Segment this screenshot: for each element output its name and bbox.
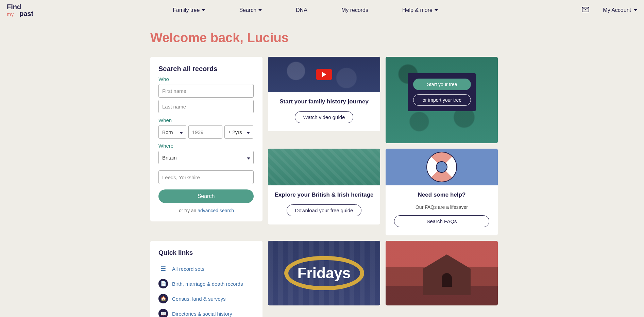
faq-card: Need some help? Our FAQs are a lifesaver… — [386, 149, 498, 235]
search-card-title: Search all records — [158, 65, 254, 73]
quick-links-card: Quick links ☰ All record sets 📄 Birth, m… — [150, 241, 262, 317]
video-guide-card: Start your family history journey Watch … — [268, 57, 380, 131]
my-account-label: My Account — [603, 7, 631, 13]
chevron-down-icon — [202, 9, 205, 11]
document-icon: 📄 — [158, 279, 168, 288]
my-account-menu[interactable]: My Account — [603, 7, 637, 13]
home-icon: 🏠 — [158, 294, 168, 303]
last-name-input[interactable] — [158, 100, 254, 113]
start-tree-button[interactable]: Start your tree — [413, 79, 471, 90]
faq-thumbnail — [386, 149, 498, 185]
header-right: My Account — [582, 7, 637, 14]
heritage-guide-card: Explore your British & Irish heritage Do… — [268, 149, 380, 224]
quick-link-all-record-sets[interactable]: ☰ All record sets — [158, 261, 254, 276]
advanced-search-link[interactable]: advanced search — [198, 208, 234, 213]
page-title: Welcome back, Lucius — [150, 31, 494, 45]
nav-family-tree[interactable]: Family tree — [173, 7, 205, 13]
download-guide-button[interactable]: Download your free guide — [287, 204, 362, 216]
map-thumbnail — [268, 149, 380, 185]
lifebuoy-icon — [426, 152, 457, 182]
logo-past: past — [19, 10, 33, 17]
play-icon — [316, 69, 332, 80]
quick-link-label: Directories & social history — [172, 311, 232, 317]
watch-video-button[interactable]: Watch video guide — [295, 111, 354, 123]
quick-link-bmd[interactable]: 📄 Birth, marriage & death records — [158, 276, 254, 291]
tree-actions-panel: Start your tree or import your tree — [408, 73, 476, 111]
fridays-ring-icon: Fridays — [284, 256, 364, 290]
advanced-search-hint: or try an advanced search — [158, 208, 254, 213]
faq-card-title: Need some help? — [391, 191, 492, 198]
scenic-card[interactable] — [386, 241, 498, 305]
nav-search-label: Search — [239, 7, 256, 13]
location-input[interactable] — [158, 170, 254, 184]
fridays-label: Fridays — [298, 265, 351, 282]
logo[interactable]: Find my past — [7, 3, 33, 17]
when-label: When — [158, 117, 254, 123]
main-nav: Family tree Search DNA My records Help &… — [173, 7, 438, 13]
search-faqs-button[interactable]: Search FAQs — [394, 215, 489, 227]
import-tree-button[interactable]: or import your tree — [413, 94, 471, 106]
chevron-down-icon — [435, 9, 438, 11]
quick-link-directories[interactable]: 📖 Directories & social history — [158, 306, 254, 317]
quick-links-title: Quick links — [158, 249, 254, 256]
where-label: Where — [158, 143, 254, 149]
quick-link-label: All record sets — [172, 266, 204, 272]
video-thumbnail[interactable] — [268, 57, 380, 92]
search-card: Search all records Who When Born ± 2yrs — [150, 57, 262, 221]
book-icon: 📖 — [158, 309, 168, 317]
first-name-input[interactable] — [158, 84, 254, 98]
quick-link-label: Birth, marriage & death records — [172, 281, 243, 287]
nav-help-label: Help & more — [402, 7, 433, 13]
start-tree-card: Start your tree or import your tree — [386, 57, 498, 143]
quick-link-census[interactable]: 🏠 Census, land & surveys — [158, 291, 254, 306]
fridays-card[interactable]: Fridays — [268, 241, 380, 305]
quick-link-label: Census, land & surveys — [172, 296, 226, 302]
list-icon: ☰ — [158, 264, 168, 273]
church-window-icon — [442, 273, 452, 287]
nav-dna-label: DNA — [296, 7, 307, 13]
logo-find: Find — [7, 3, 33, 10]
messages-icon[interactable] — [582, 7, 589, 14]
nav-my-records-label: My records — [341, 7, 368, 13]
heritage-card-title: Explore your British & Irish heritage — [273, 191, 375, 198]
country-select[interactable]: Britain — [158, 151, 254, 164]
fridays-background: Fridays — [268, 241, 380, 305]
year-input[interactable] — [188, 125, 222, 139]
nav-search[interactable]: Search — [239, 7, 262, 13]
search-button[interactable]: Search — [158, 189, 254, 203]
chevron-down-icon — [634, 9, 637, 11]
faq-card-subtitle: Our FAQs are a lifesaver — [391, 204, 492, 210]
who-label: Who — [158, 76, 254, 82]
year-tolerance-select[interactable]: ± 2yrs — [224, 125, 253, 139]
chevron-down-icon — [258, 9, 262, 11]
video-card-title: Start your family history journey — [273, 98, 375, 105]
nav-family-tree-label: Family tree — [173, 7, 200, 13]
logo-my: my — [7, 11, 14, 17]
nav-help[interactable]: Help & more — [402, 7, 438, 13]
nav-my-records[interactable]: My records — [341, 7, 368, 13]
event-type-select[interactable]: Born — [158, 125, 186, 139]
nav-dna[interactable]: DNA — [296, 7, 307, 13]
top-header: Find my past Family tree Search DNA My r… — [0, 0, 644, 20]
